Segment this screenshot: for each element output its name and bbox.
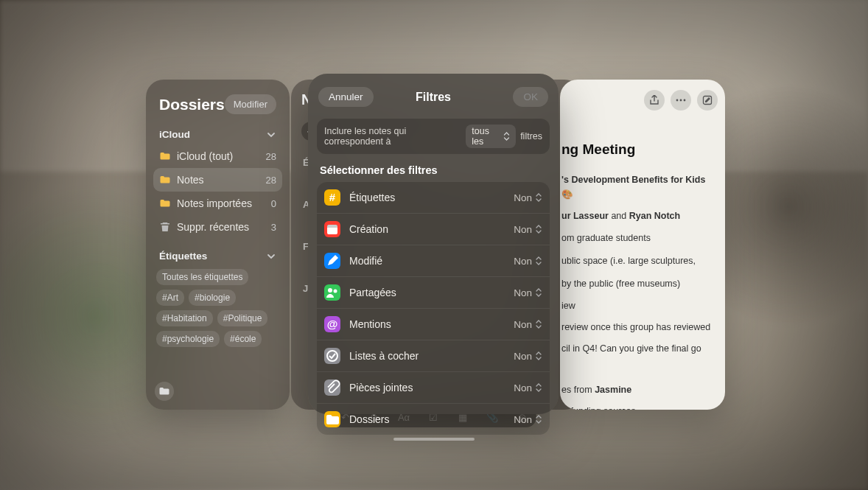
tag-politique[interactable]: #Politique [217, 310, 268, 326]
include-prefix: Inclure les notes qui correspondent à [324, 126, 461, 147]
filter-label: Partagées [349, 287, 396, 298]
updown-icon [535, 256, 542, 265]
svg-point-3 [684, 99, 686, 102]
note-line: Ryan Notch [629, 211, 680, 221]
updown-icon [503, 132, 510, 141]
folder-label: Notes importées [177, 197, 252, 209]
new-folder-button[interactable] [155, 382, 174, 401]
folder-label: Notes [177, 174, 204, 186]
trash-icon [159, 221, 171, 233]
ok-button[interactable]: OK [513, 87, 548, 107]
section-tags[interactable]: Étiquettes [153, 245, 282, 266]
filter-row-people[interactable]: PartagéesNon [317, 277, 550, 309]
tag-all[interactable]: Toutes les étiquettes [156, 269, 248, 285]
tag-art[interactable]: #Art [156, 290, 184, 306]
at-icon: @ [324, 316, 340, 332]
folder-count: 3 [271, 222, 276, 233]
edit-button[interactable]: Modifier [225, 94, 276, 114]
filter-label: Création [349, 223, 388, 235]
include-bar[interactable]: Inclure les notes qui correspondent à to… [317, 119, 550, 154]
note-line: Jasmine [595, 385, 631, 395]
cancel-button[interactable]: Annuler [318, 87, 374, 107]
section-icloud[interactable]: iCloud [153, 123, 282, 144]
check-icon [324, 348, 340, 364]
filter-row-at[interactable]: @MentionsNon [317, 309, 550, 340]
home-indicator [393, 438, 475, 441]
folder-icon [159, 197, 171, 209]
folder-label: iCloud (tout) [177, 150, 233, 162]
filter-value[interactable]: Non [514, 224, 542, 235]
folder-count: 28 [266, 151, 276, 162]
filter-row-clip[interactable]: Pièces jointesNon [317, 372, 550, 404]
filter-value[interactable]: Non [514, 319, 542, 330]
include-scope-select[interactable]: tous les [466, 125, 516, 148]
updown-icon [535, 351, 542, 360]
tag-psychologie[interactable]: #psychologie [156, 331, 220, 347]
filter-list: #ÉtiquettesNonCréationNonModifiéNonParta… [317, 182, 550, 435]
more-button[interactable] [671, 90, 691, 111]
filter-value[interactable]: Non [514, 192, 542, 203]
note-title: ng Meeting [561, 139, 715, 160]
note-line: and [609, 211, 629, 221]
svg-rect-7 [327, 225, 337, 228]
share-button[interactable] [644, 90, 665, 111]
filter-label: Listes à cocher [349, 350, 419, 362]
filters-modal: Annuler Filtres OK Inclure les notes qui… [308, 74, 559, 414]
updown-icon [535, 320, 542, 329]
folder-item-imported[interactable]: Notes importées 0 [153, 192, 282, 215]
filter-row-calendar[interactable]: CréationNon [317, 214, 550, 245]
tag-biologie[interactable]: #biologie [189, 290, 236, 306]
pencil-icon [324, 253, 340, 269]
compose-button[interactable] [697, 90, 718, 111]
filter-label: Mentions [349, 318, 391, 330]
svg-point-8 [328, 288, 332, 293]
updown-icon [535, 415, 542, 424]
folder-label: Suppr. récentes [177, 221, 249, 233]
filter-value[interactable]: Non [514, 287, 542, 298]
chevron-down-icon [266, 130, 276, 140]
filter-value[interactable]: Non [514, 351, 542, 362]
folder-count: 28 [266, 175, 276, 186]
updown-icon [535, 383, 542, 392]
calendar-icon [324, 221, 340, 237]
folder-item-trash[interactable]: Suppr. récentes 3 [153, 215, 282, 239]
filter-row-hash[interactable]: #ÉtiquettesNon [317, 182, 550, 214]
filter-row-pencil[interactable]: ModifiéNon [317, 245, 550, 277]
note-line: cil in Q4! Can you give the final go [561, 342, 715, 356]
note-line: 's Development Benefits for Kids 🎨 [561, 175, 705, 199]
note-line: es from [561, 385, 595, 395]
section-tags-label: Étiquettes [159, 251, 207, 262]
filter-value[interactable]: Non [514, 256, 542, 267]
filter-row-check[interactable]: Listes à cocherNon [317, 340, 550, 372]
people-icon [324, 284, 340, 301]
tag-habitation[interactable]: #Habitation [156, 310, 213, 326]
updown-icon [535, 193, 542, 202]
section-icloud-label: iCloud [159, 129, 190, 140]
filter-label: Modifié [349, 255, 382, 267]
folder-icon [159, 150, 171, 162]
folder-item-icloud-all[interactable]: iCloud (tout) 28 [153, 144, 282, 168]
filter-value[interactable]: Non [514, 414, 542, 425]
filter-label: Dossiers [349, 413, 389, 425]
include-scope-value: tous les [472, 126, 500, 147]
folder-icon [324, 411, 340, 427]
filter-label: Étiquettes [349, 192, 395, 203]
note-line: w funding sources [561, 405, 715, 410]
filter-label: Pièces jointes [349, 382, 413, 393]
updown-icon [535, 288, 542, 297]
filters-section-label: Sélectionner des filtres [317, 154, 550, 182]
filter-value[interactable]: Non [514, 382, 542, 393]
svg-point-11 [327, 351, 337, 361]
svg-point-1 [676, 99, 679, 102]
clip-icon [324, 379, 340, 396]
note-line: ublic space (i.e. large sculptures, [561, 254, 715, 268]
chevron-down-icon [266, 251, 276, 262]
note-line: ur Lasseur [561, 211, 609, 221]
tags-container: Toutes les étiquettes #Art #biologie #Ha… [153, 266, 282, 350]
folder-item-notes[interactable]: Notes 28 [153, 168, 282, 192]
updown-icon [535, 225, 542, 234]
tag-ecole[interactable]: #école [224, 331, 262, 347]
filter-row-folder[interactable]: DossiersNon [317, 404, 550, 435]
folder-list: iCloud (tout) 28 Notes 28 Notes importée… [153, 144, 282, 239]
note-panel: ng Meeting 's Development Benefits for K… [560, 80, 725, 410]
